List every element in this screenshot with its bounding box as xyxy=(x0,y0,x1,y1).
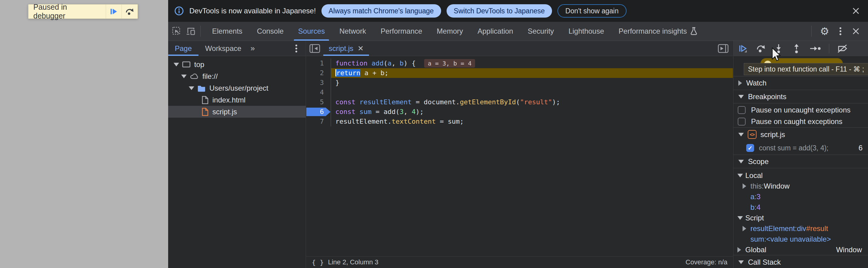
line-number[interactable]: 7 xyxy=(306,117,331,126)
section-breakpoints[interactable]: Breakpoints xyxy=(734,90,868,103)
section-watch[interactable]: Watch xyxy=(734,76,868,90)
step-over-button[interactable] xyxy=(122,4,137,19)
navigator-menu-button[interactable] xyxy=(293,41,306,56)
scope-group-label: Local xyxy=(745,171,763,180)
chevron-down-icon[interactable] xyxy=(181,75,187,78)
tab-performance-insights[interactable]: Performance insights xyxy=(611,22,705,41)
scope-script-header[interactable]: Script xyxy=(734,212,868,223)
notification-close-button[interactable] xyxy=(851,6,861,16)
code-content[interactable]: } xyxy=(331,78,733,88)
step-button[interactable] xyxy=(809,43,822,54)
chevron-down-icon[interactable] xyxy=(189,86,194,90)
tree-item-script-js[interactable]: script.js xyxy=(168,106,306,118)
scope-var-resultelement[interactable]: resultElement: div#result xyxy=(734,223,868,234)
chevron-down-icon[interactable] xyxy=(174,63,179,66)
tab-elements[interactable]: Elements xyxy=(205,22,250,41)
step-into-button[interactable] xyxy=(773,43,784,54)
line-number[interactable]: 3 xyxy=(306,78,331,88)
navigator-sidebar: Page Workspace » top f xyxy=(168,41,306,268)
code-content[interactable] xyxy=(331,88,733,97)
tab-security[interactable]: Security xyxy=(521,22,561,41)
code-content[interactable]: resultElement.textContent = sum; xyxy=(331,117,733,126)
tab-close-icon[interactable]: ✕ xyxy=(358,44,364,53)
breakpoint-entry[interactable]: ✓ const sum = add(3, 4); 6 xyxy=(734,141,868,155)
var-value-tag: div xyxy=(797,224,806,233)
editor-status-bar: { } Line 2, Column 3 Coverage: n/a xyxy=(306,256,733,268)
deactivate-breakpoints-icon xyxy=(837,43,848,54)
line-number[interactable]: 2 xyxy=(306,68,331,78)
step-into-icon xyxy=(773,43,784,54)
toggle-device-toolbar-button[interactable] xyxy=(186,26,196,36)
breakpoint-marker[interactable]: 6 xyxy=(306,107,331,117)
code-content[interactable]: const resultElement = document.getElemen… xyxy=(331,97,733,107)
code-token: ( xyxy=(516,98,520,106)
deactivate-breakpoints-button[interactable] xyxy=(837,43,848,54)
step-over-icon xyxy=(125,7,134,16)
tab-memory[interactable]: Memory xyxy=(430,22,470,41)
section-call-stack[interactable]: Call Stack xyxy=(734,255,868,268)
chevron-right-icon xyxy=(738,80,742,86)
always-match-language-button[interactable]: Always match Chrome's language xyxy=(321,4,441,18)
tab-network[interactable]: Network xyxy=(332,22,373,41)
editor-tab-script-js[interactable]: script.js ✕ xyxy=(323,41,369,56)
switch-devtools-japanese-button[interactable]: Switch DevTools to Japanese xyxy=(446,4,552,18)
step-over-button[interactable] xyxy=(755,43,766,54)
tab-page[interactable]: Page xyxy=(168,41,198,56)
tab-performance[interactable]: Performance xyxy=(373,22,429,41)
dont-show-again-button[interactable]: Don't show again xyxy=(557,4,626,18)
flask-icon xyxy=(690,27,698,35)
tab-application[interactable]: Application xyxy=(470,22,520,41)
resume-script-button[interactable] xyxy=(106,4,122,19)
code-token: ( xyxy=(383,59,388,67)
code-content[interactable]: const sum = add(3, 4); xyxy=(331,107,733,117)
scope-var-a[interactable]: a: 3 xyxy=(734,191,868,202)
tab-label: Lighthouse xyxy=(568,27,604,35)
section-label: Scope xyxy=(748,157,769,166)
code-token: "result" xyxy=(520,98,552,106)
close-icon xyxy=(851,27,860,35)
hide-navigator-button[interactable] xyxy=(306,41,320,56)
scope-var-this[interactable]: this: Window xyxy=(734,181,868,191)
line-number[interactable]: 4 xyxy=(306,88,331,97)
code-token xyxy=(368,59,371,67)
debugger-toolbar xyxy=(734,41,868,56)
scope-var-sum[interactable]: sum: <value unavailable> xyxy=(734,234,868,244)
tab-console[interactable]: Console xyxy=(250,22,291,41)
pause-caught-checkbox[interactable] xyxy=(738,118,746,125)
pause-caught-row: Pause on caught exceptions xyxy=(734,116,868,127)
show-debugger-panel-button[interactable] xyxy=(718,41,733,56)
breakpoint-checkbox[interactable]: ✓ xyxy=(746,144,754,152)
devtools-close-button[interactable] xyxy=(851,27,860,35)
tree-item-project-folder[interactable]: Users/user/project xyxy=(168,82,306,94)
pause-uncaught-checkbox[interactable] xyxy=(738,106,746,114)
panel-tabs: ElementsConsoleSourcesNetworkPerformance… xyxy=(205,22,705,41)
step-out-button[interactable] xyxy=(792,43,802,54)
tree-item-index-html[interactable]: index.html xyxy=(168,94,306,106)
scope-local-header[interactable]: Local xyxy=(734,170,868,181)
code-content[interactable]: return a + b; xyxy=(331,68,733,78)
scope-global-header[interactable]: Global Window xyxy=(734,244,868,255)
chevron-right-icon xyxy=(737,247,741,252)
breakpoint-file-group[interactable]: <> script.js xyxy=(734,127,868,141)
tab-lighthouse[interactable]: Lighthouse xyxy=(561,22,611,41)
settings-gear-icon[interactable]: ⚙ xyxy=(820,26,829,36)
devtools-window: DevTools is now available in Japanese! A… xyxy=(168,0,868,268)
scope-var-b[interactable]: b: 4 xyxy=(734,202,868,212)
pretty-print-icon[interactable]: { } xyxy=(312,259,324,266)
line-number[interactable]: 1 xyxy=(306,59,331,68)
chevron-down-icon xyxy=(738,95,744,98)
resume-script-button[interactable] xyxy=(738,43,748,54)
section-scope[interactable]: Scope xyxy=(734,155,868,168)
section-label: Call Stack xyxy=(748,258,781,267)
line-number[interactable]: 5 xyxy=(306,97,331,107)
tree-item-file-protocol[interactable]: file:// xyxy=(168,70,306,82)
breakpoint-line-number: 6 xyxy=(859,144,863,152)
code-token: sum xyxy=(359,108,371,116)
code-content[interactable]: function add(a, b) {a = 3, b = 4 xyxy=(331,59,733,68)
more-options-kebab-icon[interactable] xyxy=(839,30,841,32)
tree-item-top[interactable]: top xyxy=(168,59,306,70)
tab-sources[interactable]: Sources xyxy=(291,22,332,41)
tab-workspace[interactable]: Workspace xyxy=(198,41,248,56)
more-tabs-chevrons[interactable]: » xyxy=(248,41,257,56)
inspect-element-button[interactable] xyxy=(172,26,182,36)
